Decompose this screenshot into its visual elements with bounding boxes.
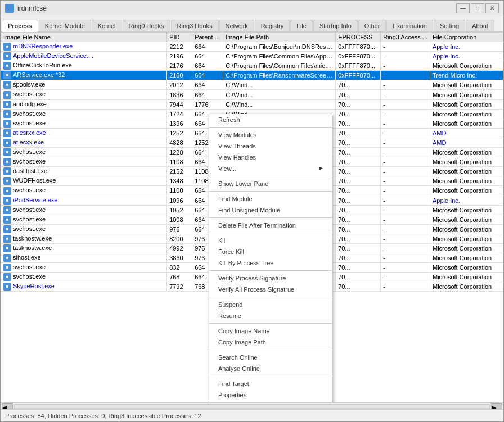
tab-file[interactable]: File [290,20,313,31]
tab-kernel-module[interactable]: Kernel Module [39,20,91,31]
ctx-separator [209,217,332,218]
ctx-item-search-online[interactable]: Search Online [209,352,332,363]
cell-ring3: - [381,196,430,205]
cell-ring3: - [381,52,430,61]
scroll-track[interactable] [14,404,490,409]
process-icon: ■ [3,81,11,89]
minimize-button[interactable]: — [456,3,470,13]
cell-eprocess: 70... [336,128,381,138]
process-icon: ■ [3,216,11,224]
cell-pid: 2160 [167,71,192,80]
col-eprocess[interactable]: EPROCESS [336,33,381,42]
ctx-item-properties[interactable]: Properties [209,389,332,401]
ctx-item-view-modules[interactable]: View Modules [209,129,332,140]
ctx-item-suspend[interactable]: Suspend [209,299,332,310]
col-pid[interactable]: PID [167,33,192,42]
ctx-item-copy-image-name[interactable]: Copy Image Name [209,325,332,337]
cell-pid: 1348 [167,176,192,186]
tab-about[interactable]: About [466,20,494,31]
col-parent[interactable]: Parent ... [192,33,223,42]
cell-eprocess: 70... [336,234,381,243]
tab-other[interactable]: Other [358,20,386,31]
cell-ring3: - [381,99,430,109]
horizontal-scrollbar[interactable]: ◀ ▶ [1,402,503,409]
cell-parent: 664 [192,61,223,71]
table-row[interactable]: ■spoolsv.exe2012664C:\Wind...70...-Micro… [1,80,503,90]
table-row[interactable]: ■AppleMobileDeviceService....2196664C:\P… [1,52,503,61]
process-icon: ■ [3,62,11,70]
ctx-item-verify-all[interactable]: Verify All Process Signatrue [209,284,332,295]
ctx-item-view-handles[interactable]: View Handles [209,152,332,163]
table-row[interactable]: ■svchost.exe1836664C:\Wind...70...-Micro… [1,90,503,99]
cell-ring3: - [381,109,430,119]
cell-corp: Microsoft Corporation [430,282,503,292]
ctx-item-view[interactable]: View... [209,163,332,174]
process-icon: ■ [3,43,11,51]
process-icon: ■ [3,283,11,291]
cell-path: C:\Program Files\RansomwareScreenUnlocke… [223,71,336,80]
ctx-item-analyse-online[interactable]: Analyse Online [209,363,332,374]
cell-eprocess: 0xFFFF870... [336,52,381,61]
cell-corp: Microsoft Corporation [430,263,503,273]
tab-examination[interactable]: Examination [386,20,433,31]
cell-ring3: - [381,205,430,215]
tab-setting[interactable]: Setting [434,20,465,31]
cell-path: C:\Wind... [223,90,336,99]
ctx-item-show-lower-pane[interactable]: Show Lower Pane [209,178,332,189]
ctx-item-resume[interactable]: Resume [209,310,332,321]
tab-ring0-hooks[interactable]: Ring0 Hooks [123,20,170,31]
tab-ring3-hooks[interactable]: Ring3 Hooks [171,20,219,31]
ctx-item-copy-image-path[interactable]: Copy Image Path [209,337,332,348]
ctx-item-kill[interactable]: Kill [209,235,332,246]
process-icon: ■ [3,235,11,243]
process-table-container[interactable]: Image File Name PID Parent ... Image Fil… [1,32,503,402]
maximize-button[interactable]: □ [471,3,484,13]
col-corp[interactable]: File Corporation [430,33,503,42]
ctx-separator [209,176,332,176]
col-ring3[interactable]: Ring3 Access ... [381,33,430,42]
process-name: taskhostw.exe [13,235,52,242]
scroll-right-btn[interactable]: ▶ [491,403,502,409]
table-row[interactable]: ■OfficeClickToRun.exe2176664C:\Program F… [1,61,503,71]
cell-corp: Microsoft Corporation [430,167,503,176]
tab-network[interactable]: Network [219,20,254,31]
scroll-left-btn[interactable]: ◀ [2,403,13,409]
cell-parent: 1776 [192,99,223,109]
cell-eprocess: 70... [336,157,381,167]
process-icon: ■ [3,244,11,252]
process-name: svchost.exe [13,216,46,223]
tab-registry[interactable]: Registry [255,20,290,31]
ctx-item-refresh[interactable]: Refresh [209,114,332,125]
ctx-item-force-kill[interactable]: Force Kill [209,246,332,257]
process-name: atiecxx.exe [13,139,44,146]
context-menu: RefreshView ModulesView ThreadsView Hand… [209,114,332,402]
cell-ring3: - [381,90,430,99]
process-name: ARService.exe *32 [13,71,65,78]
ctx-item-view-threads[interactable]: View Threads [209,140,332,152]
ctx-item-verify-sig[interactable]: Verify Process Signature [209,273,332,284]
process-icon: ■ [3,52,11,60]
table-row[interactable]: ■audiodg.exe79441776C:\Wind...70...-Micr… [1,99,503,109]
tab-kernel[interactable]: Kernel [92,20,122,31]
ctx-item-find-target[interactable]: Find Target [209,378,332,389]
ctx-item-find-unsigned-module[interactable]: Find Unsigned Module [209,205,332,216]
cell-eprocess: 70... [336,215,381,224]
col-path[interactable]: Image File Path [223,33,336,42]
table-row[interactable]: ■mDNSResponder.exe2212664C:\Program File… [1,42,503,52]
col-name[interactable]: Image File Name [1,33,167,42]
cell-corp: Trend Micro Inc. [430,71,503,80]
cell-eprocess: 70... [336,176,381,186]
cell-corp: Microsoft Corporation [430,99,503,109]
tab-process[interactable]: Process [2,20,38,32]
table-row[interactable]: ■ARService.exe *322160664C:\Program File… [1,71,503,80]
process-name: svchost.exe [13,90,46,97]
process-icon: ■ [3,129,11,137]
ctx-item-kill-by-tree[interactable]: Kill By Process Tree [209,257,332,269]
tab-startup-info[interactable]: Startup Info [313,20,358,31]
process-icon: ■ [3,110,11,118]
cell-ring3: - [381,138,430,147]
ctx-item-find-module[interactable]: Find Module [209,193,332,205]
ctx-item-delete-file[interactable]: Delete File After Termination [209,220,332,231]
cell-pid: 7792 [167,282,192,292]
close-button[interactable]: ✕ [485,3,499,13]
